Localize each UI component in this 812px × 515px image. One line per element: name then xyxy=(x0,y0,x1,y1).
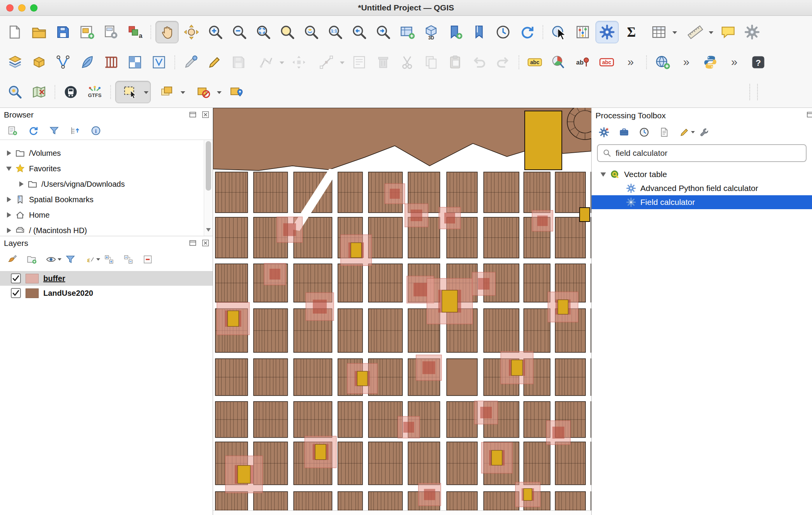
layer-name[interactable]: LandUse2020 xyxy=(43,289,93,298)
collapse-all-button[interactable] xyxy=(68,124,82,138)
toolbar-drag-handle[interactable] xyxy=(749,84,754,100)
pan-map-button[interactable] xyxy=(155,21,179,43)
python-console-button[interactable] xyxy=(699,51,722,73)
new-geopackage-layer-button[interactable] xyxy=(76,51,98,73)
dropdown-arrow-icon[interactable] xyxy=(672,31,677,36)
add-mesh-layer-button[interactable] xyxy=(100,51,122,73)
results-viewer-button[interactable] xyxy=(657,125,671,139)
new-3d-map-view-button[interactable]: 3D xyxy=(420,21,442,43)
browser-float-button[interactable] xyxy=(188,110,198,119)
filter-by-expression-button[interactable]: ε xyxy=(83,252,97,266)
dropdown-arrow-icon[interactable] xyxy=(709,31,713,36)
web-overflow-button[interactable]: » xyxy=(675,51,698,73)
zoom-to-selection-button[interactable] xyxy=(276,21,299,43)
zoom-native-resolution-button[interactable]: 1:1 xyxy=(324,21,346,43)
chevron-right-icon[interactable] xyxy=(3,212,15,218)
refresh-browser-button[interactable] xyxy=(26,124,40,138)
algorithm-item[interactable]: Field calculator xyxy=(592,195,812,209)
layers-close-button[interactable] xyxy=(201,238,210,248)
quickmap-services-button[interactable] xyxy=(28,81,50,103)
processing-models-button[interactable] xyxy=(617,125,631,139)
layers-float-button[interactable] xyxy=(188,238,198,248)
plugins-overflow-button[interactable]: » xyxy=(723,51,745,73)
labels-overflow-button[interactable]: » xyxy=(619,51,642,73)
algorithm-item[interactable]: Vector table xyxy=(592,167,812,181)
layer-visibility-checkbox[interactable] xyxy=(11,288,21,298)
zoom-in-button[interactable] xyxy=(204,21,227,43)
expand-all-button[interactable] xyxy=(102,252,116,266)
pan-to-selection-button[interactable] xyxy=(180,21,203,43)
dropdown-arrow-icon[interactable] xyxy=(96,258,100,263)
chevron-right-icon[interactable] xyxy=(3,228,15,233)
browser-scrollbar[interactable] xyxy=(204,140,213,236)
temporal-controller-button[interactable] xyxy=(492,21,514,43)
toolbar-drag-handle[interactable] xyxy=(757,84,762,100)
new-map-view-button[interactable] xyxy=(396,21,418,43)
toggle-editing-button[interactable] xyxy=(203,51,226,73)
processing-settings-button[interactable] xyxy=(698,125,711,139)
new-shapefile-layer-button[interactable] xyxy=(52,51,74,73)
nominatim-geocoder-button[interactable] xyxy=(4,81,26,103)
browser-item[interactable]: /Users/vigna/Downloads xyxy=(0,176,213,192)
pin-labels-button[interactable]: ab xyxy=(571,51,594,73)
dropdown-arrow-icon[interactable] xyxy=(144,91,148,96)
select-by-location-button[interactable] xyxy=(225,81,247,103)
layer-labeling-options-button[interactable]: abc xyxy=(524,51,546,73)
save-project-button[interactable] xyxy=(52,21,74,43)
transit-plugin-button[interactable] xyxy=(60,81,82,103)
new-spatial-bookmark-button[interactable] xyxy=(444,21,466,43)
zoom-to-layer-button[interactable] xyxy=(300,21,322,43)
chevron-right-icon[interactable] xyxy=(15,181,27,187)
close-window-button[interactable] xyxy=(6,4,14,12)
gtfs-go-button[interactable]: GTFS xyxy=(84,81,106,103)
style-manager-button[interactable]: a xyxy=(124,21,146,43)
new-project-button[interactable] xyxy=(4,21,26,43)
layer-diagram-options-button[interactable] xyxy=(548,51,570,73)
processing-float-button[interactable] xyxy=(805,110,812,119)
zoom-last-button[interactable] xyxy=(348,21,370,43)
dropdown-arrow-icon[interactable] xyxy=(58,258,61,263)
highlight-pinned-labels-button[interactable]: abc xyxy=(595,51,618,73)
add-virtual-layer-button[interactable] xyxy=(148,51,170,73)
dropdown-arrow-icon[interactable] xyxy=(280,61,284,67)
browser-close-button[interactable] xyxy=(201,110,210,119)
chevron-right-icon[interactable] xyxy=(3,150,15,156)
map-canvas[interactable] xyxy=(213,108,591,515)
edit-features-in-place-button[interactable] xyxy=(677,125,691,139)
add-vector-layer-button[interactable] xyxy=(28,51,50,73)
open-attribute-table-button[interactable] xyxy=(644,21,679,43)
browser-item[interactable]: / (Macintosh HD) xyxy=(0,223,213,236)
data-source-manager-button[interactable] xyxy=(4,51,26,73)
chevron-down-icon[interactable] xyxy=(3,167,15,171)
measure-line-button[interactable] xyxy=(681,21,715,43)
metasearch-button[interactable] xyxy=(651,51,674,73)
zoom-window-button[interactable] xyxy=(30,4,38,12)
processing-search-input[interactable]: field calculator xyxy=(597,144,807,162)
minimize-window-button[interactable] xyxy=(18,4,26,12)
select-features-by-value-button[interactable] xyxy=(152,81,187,103)
layer-row[interactable]: LandUse2020 xyxy=(0,286,213,300)
new-print-layout-button[interactable] xyxy=(76,21,98,43)
algorithm-item[interactable]: Advanced Python field calculator xyxy=(592,181,812,195)
help-button[interactable]: ? xyxy=(747,51,769,73)
browser-properties-button[interactable]: i xyxy=(89,124,103,138)
layer-row[interactable]: buffer xyxy=(0,271,213,286)
processing-history-button[interactable] xyxy=(637,125,651,139)
deselect-all-button[interactable] xyxy=(189,81,223,103)
zoom-next-button[interactable] xyxy=(372,21,394,43)
processing-options-button[interactable] xyxy=(597,125,611,139)
browser-item[interactable]: Favorites xyxy=(0,161,213,176)
collapse-all-layers-button[interactable] xyxy=(121,252,135,266)
dropdown-arrow-icon[interactable] xyxy=(340,61,345,67)
filter-legend-button[interactable] xyxy=(63,252,77,266)
search-settings-button[interactable] xyxy=(741,21,763,43)
zoom-out-button[interactable] xyxy=(228,21,251,43)
add-selected-layers-button[interactable] xyxy=(5,124,19,138)
open-project-button[interactable] xyxy=(28,21,50,43)
manage-map-themes-button[interactable] xyxy=(44,252,58,266)
layer-name[interactable]: buffer xyxy=(43,274,65,283)
browser-item[interactable]: Home xyxy=(0,207,213,223)
dropdown-arrow-icon[interactable] xyxy=(217,91,222,96)
filter-browser-button[interactable] xyxy=(47,124,61,138)
current-edits-button[interactable] xyxy=(179,51,202,73)
